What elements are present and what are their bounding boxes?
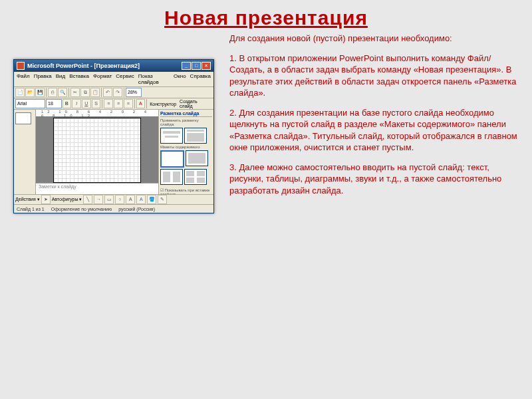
autoshapes-menu[interactable]: Автофигуры ▾ xyxy=(52,197,82,202)
maximize-button[interactable]: □ xyxy=(192,62,201,70)
separator xyxy=(68,88,69,97)
slide-thumbnail[interactable] xyxy=(15,112,31,124)
formatting-toolbar: Arial 18 B I U S ≡ ≡ ≡ A Конструктор Соз… xyxy=(14,98,213,110)
actions-menu[interactable]: Действия ▾ xyxy=(15,197,40,202)
layout-blank[interactable] xyxy=(160,150,184,168)
underline-icon[interactable]: U xyxy=(82,99,91,108)
open-icon[interactable]: 📂 xyxy=(25,88,35,97)
minimize-button[interactable]: _ xyxy=(182,62,191,70)
window-titlebar: Microsoft PowerPoint - [Презентация2] _ … xyxy=(14,60,213,72)
step-1-text: 1. В открытом приложении PowerPoint выпо… xyxy=(229,53,519,99)
line-icon[interactable]: ╲ xyxy=(83,195,92,204)
taskpane-apply-label: Применить разметку слайда: xyxy=(160,118,212,126)
slides-panel xyxy=(14,110,36,194)
menu-slideshow[interactable]: Показ слайдов xyxy=(138,73,170,85)
menu-format[interactable]: Формат xyxy=(93,73,112,85)
font-color-icon[interactable]: A xyxy=(136,99,146,108)
taskpane-title: Разметка слайда xyxy=(160,111,212,117)
fontsize-selector[interactable]: 18 xyxy=(46,99,62,108)
align-left-icon[interactable]: ≡ xyxy=(104,99,113,108)
content-row: Microsoft PowerPoint - [Презентация2] _ … xyxy=(0,33,532,213)
notes-pane[interactable]: Заметки к слайду xyxy=(36,183,158,194)
oval-icon[interactable]: ○ xyxy=(115,195,124,204)
powerpoint-icon xyxy=(17,62,25,70)
print-icon[interactable]: ⎙ xyxy=(48,88,57,97)
task-pane: Разметка слайда Применить разметку слайд… xyxy=(158,110,213,194)
separator xyxy=(134,99,135,108)
undo-icon[interactable]: ↶ xyxy=(103,88,112,97)
fill-color-icon[interactable]: 🪣 xyxy=(147,195,156,204)
horizontal-ruler: 12 10 8 6 4 2 0 2 4 6 8 10 12 xyxy=(36,110,158,117)
copy-icon[interactable]: ⧉ xyxy=(80,88,90,97)
redo-icon[interactable]: ↷ xyxy=(113,88,122,97)
italic-icon[interactable]: I xyxy=(72,99,81,108)
status-language: русский (Россия) xyxy=(118,207,155,211)
menu-help[interactable]: Справка xyxy=(190,73,211,85)
separator xyxy=(146,99,147,108)
paste-icon[interactable]: 📋 xyxy=(90,88,100,97)
wordart-icon[interactable]: A xyxy=(136,195,146,204)
new-slide-button[interactable]: Создать слайд xyxy=(178,99,212,108)
pointer-icon[interactable]: ➤ xyxy=(41,195,51,204)
slide-canvas[interactable] xyxy=(53,118,141,183)
preview-icon[interactable]: 🔍 xyxy=(58,88,67,97)
new-icon[interactable]: 📄 xyxy=(15,88,25,97)
intro-text: Для создания новой (пустой) презентации … xyxy=(229,33,519,45)
status-design: Оформление по умолчанию xyxy=(51,207,112,211)
taskpane-footer[interactable]: ☑ Показывать при вставке слайдов xyxy=(160,188,212,194)
separator xyxy=(46,88,47,97)
align-right-icon[interactable]: ≡ xyxy=(124,99,133,108)
step-2-text: 2. Для создания презентации на базе пуст… xyxy=(229,107,519,154)
menu-file[interactable]: Файл xyxy=(17,73,30,85)
cut-icon[interactable]: ✂ xyxy=(70,88,80,97)
bold-icon[interactable]: B xyxy=(63,99,72,108)
menu-bar: Файл Правка Вид Вставка Формат Сервис По… xyxy=(14,72,213,87)
editor-area: 12 10 8 6 4 2 0 2 4 6 8 10 12 Заметки к … xyxy=(36,110,158,194)
separator xyxy=(102,99,102,108)
drawing-toolbar: Действия ▾ ➤ Автофигуры ▾ ╲ → ▭ ○ A A 🪣 … xyxy=(14,194,213,204)
taskpane-section-label: Макеты содержимого xyxy=(160,145,212,149)
menu-window[interactable]: Окно xyxy=(174,73,186,85)
layout-content[interactable] xyxy=(186,150,208,166)
close-button[interactable]: × xyxy=(201,62,211,70)
status-slide-number: Слайд 1 из 1 xyxy=(17,207,45,211)
rectangle-icon[interactable]: ▭ xyxy=(104,195,114,204)
layout-four-content[interactable] xyxy=(184,169,207,185)
menu-edit[interactable]: Правка xyxy=(34,73,52,85)
menu-insert[interactable]: Вставка xyxy=(69,73,89,85)
layout-title-slide[interactable] xyxy=(160,128,183,144)
menu-tools[interactable]: Сервис xyxy=(116,73,134,85)
layout-two-content[interactable] xyxy=(160,169,183,185)
canvas-wrap xyxy=(36,117,158,183)
window-title: Microsoft PowerPoint - [Презентация2] xyxy=(27,63,140,69)
arrow-icon[interactable]: → xyxy=(94,195,103,204)
instructions-column: Для создания новой (пустой) презентации … xyxy=(219,33,519,205)
separator xyxy=(124,88,124,97)
align-center-icon[interactable]: ≡ xyxy=(114,99,123,108)
zoom-field[interactable]: 28% xyxy=(126,88,142,97)
powerpoint-window: Microsoft PowerPoint - [Презентация2] _ … xyxy=(13,59,214,213)
separator xyxy=(101,88,102,97)
status-bar: Слайд 1 из 1 Оформление по умолчанию рус… xyxy=(14,204,213,213)
window-buttons: _ □ × xyxy=(182,62,211,70)
standard-toolbar: 📄 📂 💾 ⎙ 🔍 ✂ ⧉ 📋 ↶ ↷ 28% xyxy=(14,87,213,98)
menu-view[interactable]: Вид xyxy=(56,73,65,85)
screenshot-column: Microsoft PowerPoint - [Презентация2] _ … xyxy=(13,33,219,213)
window-body: 12 10 8 6 4 2 0 2 4 6 8 10 12 Заметки к … xyxy=(14,110,213,194)
save-icon[interactable]: 💾 xyxy=(35,88,45,97)
step-3-text: 3. Далее можно самостоятельно вводить на… xyxy=(229,162,519,197)
page-title: Новая презентация xyxy=(0,0,532,33)
font-selector[interactable]: Arial xyxy=(15,99,45,108)
line-color-icon[interactable]: ✎ xyxy=(158,195,167,204)
shadow-icon[interactable]: S xyxy=(92,99,101,108)
designer-button[interactable]: Конструктор xyxy=(148,102,178,106)
layout-title-content[interactable] xyxy=(184,128,207,144)
textbox-icon[interactable]: A xyxy=(126,195,135,204)
